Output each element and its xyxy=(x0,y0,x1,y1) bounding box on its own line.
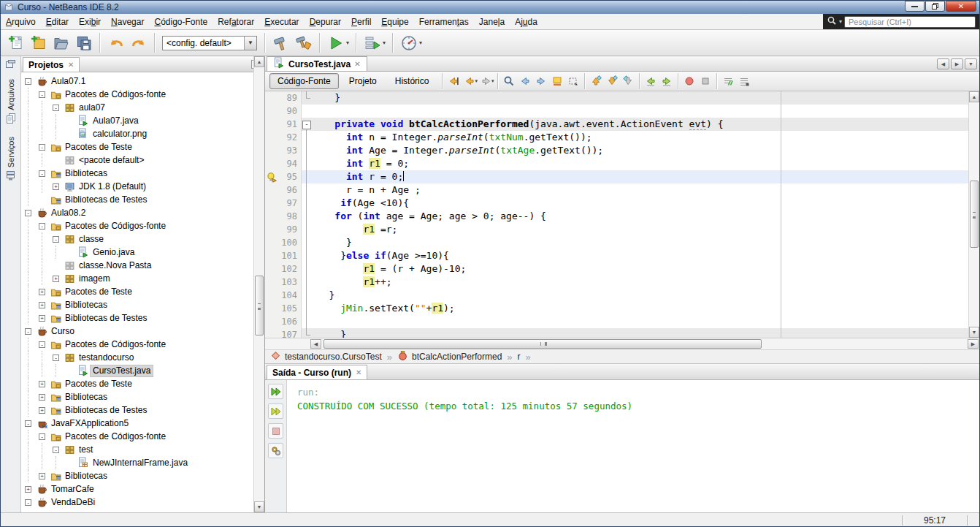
collapse-icon[interactable]: - xyxy=(49,232,63,246)
tree-item-classe-nova-pasta[interactable]: classe.Nova Pasta xyxy=(21,259,264,272)
undo-icon[interactable] xyxy=(105,32,126,53)
code-line-105[interactable]: 105 jMin.setText(""+r1); xyxy=(265,302,979,315)
stop-macro-icon[interactable] xyxy=(697,73,713,89)
collapse-icon[interactable]: - xyxy=(35,219,49,232)
scrollbar-thumb[interactable] xyxy=(255,276,264,335)
view-button-projeto[interactable]: Projeto xyxy=(341,73,385,89)
menu-arquivo[interactable]: Arquivo xyxy=(1,15,41,29)
tree-item-calculator-png[interactable]: calculator.png xyxy=(21,127,264,140)
code-line-90[interactable]: 90 xyxy=(265,105,979,118)
code-fold-icon[interactable] xyxy=(302,118,312,131)
redo-icon[interactable] xyxy=(128,32,149,53)
projects-scrollbar[interactable]: ▲ ▼ xyxy=(253,56,264,512)
prev-bookmark-icon[interactable] xyxy=(588,73,604,89)
tree-item-pacotes-de-teste[interactable]: +Pacotes de Teste xyxy=(21,377,264,390)
code-line-89[interactable]: 89 } xyxy=(265,91,979,105)
close-icon[interactable]: ✕ xyxy=(356,368,361,376)
collapse-icon[interactable]: - xyxy=(21,496,35,509)
menu-executar[interactable]: Executar xyxy=(259,15,304,29)
config-combobox[interactable]: <config. default>▼ xyxy=(162,36,257,50)
menu-depurar[interactable]: Depurar xyxy=(305,15,346,29)
expand-icon[interactable]: + xyxy=(35,390,49,403)
editor-hscrollbar[interactable]: ◀ ▶ xyxy=(265,338,979,349)
tree-item-tomarcafe[interactable]: +TomarCafe xyxy=(21,482,264,496)
minimize-button[interactable] xyxy=(905,1,925,12)
new-file-icon[interactable] xyxy=(5,32,26,53)
menu-ajuda[interactable]: Ajuda xyxy=(510,15,543,29)
tree-item-bibliotecas[interactable]: +Bibliotecas xyxy=(21,390,264,403)
tree-item-aula08-2[interactable]: -Aula08.2 xyxy=(21,206,264,219)
chevron-down-icon[interactable]: ▼ xyxy=(244,37,256,50)
run-icon[interactable] xyxy=(325,32,346,53)
scroll-up-icon[interactable]: ▲ xyxy=(969,91,979,102)
tree-item-aula07-1[interactable]: -Aula07.1 xyxy=(21,75,264,88)
menu-equipe[interactable]: Equipe xyxy=(376,15,413,29)
tree-item-pacotes-de-c-digos-fonte[interactable]: -Pacotes de Códigos-fonte xyxy=(21,219,264,232)
chevron-down-icon[interactable]: ▾ xyxy=(419,39,422,46)
tree-item-classe[interactable]: -classe xyxy=(21,232,264,246)
rect-selection-icon[interactable] xyxy=(565,73,581,89)
expand-icon[interactable]: + xyxy=(49,272,63,285)
tree-item-pacotes-de-c-digos-fonte[interactable]: -Pacotes de Códigos-fonte xyxy=(21,338,264,351)
code-line-99[interactable]: 99 r1 =r; xyxy=(265,223,979,236)
sidebar-item-arquivos[interactable]: Arquivos xyxy=(6,77,16,129)
code-line-104[interactable]: 104 } xyxy=(265,289,979,302)
tree-item-newjinternalframe-java[interactable]: NewJInternalFrame.java xyxy=(21,456,264,469)
menu-exibir[interactable]: Exibir xyxy=(74,15,106,29)
tree-item-imagem[interactable]: +imagem xyxy=(21,272,264,285)
profile-icon[interactable] xyxy=(398,32,419,53)
last-edit-icon[interactable] xyxy=(445,73,462,89)
code-line-97[interactable]: 97 if(Age <10){ xyxy=(265,197,979,210)
collapse-icon[interactable]: - xyxy=(35,88,49,101)
tree-item-bibliotecas[interactable]: +Bibliotecas xyxy=(21,298,264,311)
code-line-94[interactable]: 94 int r1 = 0; xyxy=(265,157,979,170)
scrollbar-thumb[interactable] xyxy=(324,339,762,349)
breadcrumb-item[interactable]: btCalcActionPerformed xyxy=(412,352,502,362)
breadcrumb-item[interactable]: testandocurso.CursoTest xyxy=(285,352,382,362)
shift-left-icon[interactable] xyxy=(643,73,659,89)
tabs-scroll-right-icon[interactable]: ▶ xyxy=(951,58,963,69)
menu-janela[interactable]: Janela xyxy=(474,15,510,29)
next-occurrence-icon[interactable] xyxy=(533,73,549,89)
expand-icon[interactable]: + xyxy=(35,377,49,390)
next-bookmark-icon[interactable] xyxy=(604,73,620,89)
expand-icon[interactable]: + xyxy=(49,180,63,193)
chevron-down-icon[interactable]: ▾ xyxy=(346,39,349,46)
close-button[interactable]: ✕ xyxy=(946,1,976,12)
code-line-98[interactable]: 98 for (int age = Age; age > 0; age--) { xyxy=(265,210,979,223)
search-icon[interactable] xyxy=(827,15,837,28)
menu-editar[interactable]: Editar xyxy=(41,15,74,29)
tree-item-bibliotecas-de-testes[interactable]: Bibliotecas de Testes xyxy=(21,193,264,206)
uncomment-icon[interactable] xyxy=(736,73,752,89)
sidebar-item-servicos[interactable]: Serviços xyxy=(5,134,16,186)
collapse-icon[interactable]: - xyxy=(35,338,49,351)
menu-perfil[interactable]: Perfil xyxy=(346,15,376,29)
code-line-96[interactable]: 96 r = n + Age ; xyxy=(265,183,979,197)
close-icon[interactable]: ✕ xyxy=(68,61,74,69)
scroll-down-icon[interactable]: ▼ xyxy=(969,327,979,338)
tree-item-aula07-java[interactable]: Aula07.java xyxy=(21,114,264,127)
tree-item-javafxapplication5[interactable]: -FxJavaFXApplication5 xyxy=(21,417,264,430)
chevron-down-icon[interactable]: ▾ xyxy=(383,39,386,46)
code-line-102[interactable]: 102 r1 = (r + Age)-10; xyxy=(265,262,979,276)
clean-build-icon[interactable] xyxy=(293,32,314,53)
scrollbar-thumb[interactable] xyxy=(970,181,979,248)
expand-icon[interactable]: + xyxy=(35,285,49,298)
tree-item-test[interactable]: -test xyxy=(21,443,264,456)
rerun-icon[interactable] xyxy=(268,384,283,399)
scroll-left-icon[interactable]: ◀ xyxy=(310,339,321,349)
build-icon[interactable] xyxy=(270,32,291,53)
code-line-95[interactable]: 95 int r = 0; xyxy=(265,170,979,183)
code-editor-canvas[interactable]: 89 }9091 private void btCalcActionPerfor… xyxy=(265,91,979,338)
search-input[interactable]: Pesquisar (Ctrl+I) xyxy=(844,16,976,28)
restore-button[interactable] xyxy=(925,1,945,12)
view-button-c-digo-fonte[interactable]: Código-Fonte xyxy=(269,73,339,89)
code-line-106[interactable]: 106 xyxy=(265,315,979,328)
menu-c-digo-fonte[interactable]: Código-Fonte xyxy=(149,15,213,29)
tree-item-pacotes-de-c-digos-fonte[interactable]: -Pacotes de Códigos-fonte xyxy=(21,88,264,101)
code-line-100[interactable]: 100 } xyxy=(265,236,979,249)
code-line-91[interactable]: 91 private void btCalcActionPerformed(ja… xyxy=(265,118,979,131)
collapse-icon[interactable]: - xyxy=(49,101,63,114)
tree-item-testandocurso[interactable]: -testandocurso xyxy=(21,351,264,364)
expand-icon[interactable]: + xyxy=(35,469,49,482)
